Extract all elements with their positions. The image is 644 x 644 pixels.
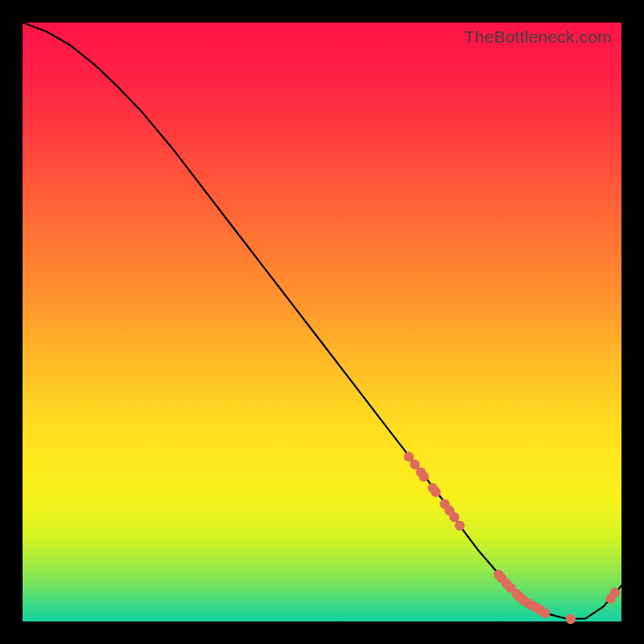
data-marker — [566, 614, 576, 624]
data-markers — [404, 452, 620, 624]
data-marker — [419, 472, 428, 481]
chart-svg — [23, 23, 621, 621]
data-marker — [455, 521, 464, 530]
chart-stage: TheBottleneck.com — [0, 0, 644, 644]
data-marker — [431, 487, 440, 497]
data-marker — [540, 608, 550, 617]
plot-area: TheBottleneck.com — [23, 23, 621, 621]
data-marker — [610, 588, 620, 597]
bottleneck-curve — [23, 23, 621, 619]
data-marker — [449, 512, 459, 522]
